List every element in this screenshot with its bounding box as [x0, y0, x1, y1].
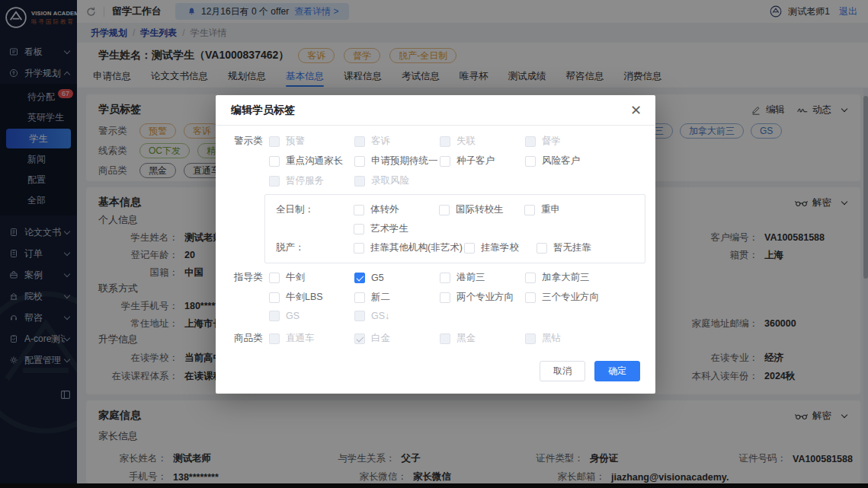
checkbox-icon: [354, 273, 365, 283]
checkbox-baijin: 白金: [354, 332, 440, 345]
checkbox-hk-top3[interactable]: 港前三: [440, 271, 525, 284]
checkbox-icon: [525, 136, 536, 147]
checkbox-icon: [439, 205, 450, 215]
checkbox-icon: [354, 156, 365, 167]
checkbox-icon: [525, 273, 536, 283]
checkbox-icon: [440, 156, 450, 167]
checkbox-yujing: 预警: [269, 135, 354, 148]
tuochan-label: 脱产：: [276, 241, 354, 254]
checkbox-attach-school[interactable]: 挂靠学校: [464, 241, 536, 254]
checkbox-seed-client[interactable]: 种子客户: [440, 155, 525, 167]
checkbox-no-attachment[interactable]: 暂无挂靠: [536, 241, 591, 254]
modal-title: 编辑学员标签: [231, 104, 295, 117]
checkbox-shilian: 失联: [440, 135, 525, 148]
checkbox-pause-service: 暂停服务: [269, 174, 354, 187]
checkbox-icon: [525, 333, 536, 344]
checkbox-admission-risk: 录取风险: [354, 174, 440, 187]
checkbox-xiner[interactable]: 新二: [354, 291, 440, 304]
checkbox-icon: [354, 176, 365, 187]
checkbox-icon: [269, 136, 280, 147]
cancel-button[interactable]: 取消: [540, 361, 585, 381]
checkbox-intl-transfer[interactable]: 国际转校生: [439, 203, 524, 216]
checkbox-heijin: 黑金: [440, 332, 525, 345]
bottom-edge: [0, 483, 868, 488]
checkbox-icon: [269, 156, 280, 167]
checkbox-icon: [269, 273, 280, 283]
checkbox-icon: [354, 243, 364, 254]
checkbox-icon: [354, 136, 365, 147]
checkbox-zhitongche: 直通车: [269, 332, 354, 345]
checkbox-icon: [524, 205, 535, 215]
confirm-button[interactable]: 确定: [594, 361, 640, 381]
checkbox-gs-down: GS↓: [354, 311, 440, 321]
checkbox-icon: [269, 292, 280, 303]
checkbox-icon: [440, 333, 450, 344]
checkbox-kesu: 客诉: [354, 135, 440, 148]
checkbox-icon: [440, 273, 450, 283]
checkbox-icon: [269, 311, 280, 321]
checkbox-gs: GS: [269, 311, 354, 321]
checkbox-canada-top3[interactable]: 加拿大前三: [525, 271, 642, 284]
group-label-warning: 警示类: [234, 135, 269, 148]
checkbox-icon: [525, 156, 536, 167]
checkbox-icon: [354, 333, 365, 344]
checkbox-niujian-lbs[interactable]: 牛剑LBS: [269, 291, 354, 304]
checkbox-art-student[interactable]: 艺术学生: [354, 222, 408, 235]
checkbox-expectation[interactable]: 申请预期待统一: [354, 155, 440, 167]
checkbox-tizhuanwai[interactable]: 体转外: [354, 203, 439, 216]
checkbox-two-majors[interactable]: 两个专业方向: [440, 291, 525, 304]
checkbox-duxue: 督学: [525, 135, 642, 148]
fulltime-tuochan-box: 全日制： 体转外 国际转校生 重申 艺术学生 脱产： 挂靠其他机构(非艺术) 挂…: [264, 194, 645, 263]
checkbox-icon: [440, 292, 450, 303]
checkbox-icon: [354, 311, 365, 321]
checkbox-icon: [440, 136, 450, 147]
checkbox-g5[interactable]: G5: [354, 273, 440, 283]
checkbox-icon: [354, 205, 364, 215]
checkbox-niujian[interactable]: 牛剑: [269, 271, 354, 284]
checkbox-icon: [269, 176, 280, 187]
checkbox-attach-other-org[interactable]: 挂靠其他机构(非艺术): [354, 241, 464, 254]
edit-tags-modal: 编辑学员标签 ✕ 警示类 预警 客诉 失联 督学 重点沟通家长 申请预期待统一 …: [216, 95, 655, 394]
close-icon[interactable]: ✕: [630, 104, 642, 117]
checkbox-icon: [354, 224, 364, 234]
checkbox-icon: [354, 292, 365, 303]
checkbox-heizuan: 黑钻: [525, 332, 642, 345]
checkbox-risk-client[interactable]: 风险客户: [525, 155, 642, 167]
checkbox-icon: [269, 333, 280, 344]
checkbox-icon: [525, 292, 536, 303]
checkbox-icon: [464, 243, 475, 254]
checkbox-three-majors[interactable]: 三个专业方向: [525, 291, 642, 304]
checkbox-reapply[interactable]: 重申: [524, 203, 560, 216]
fulltime-label: 全日制：: [276, 203, 354, 216]
group-label-product: 商品类: [234, 332, 269, 345]
checkbox-key-parent[interactable]: 重点沟通家长: [269, 155, 354, 167]
group-label-guidance: 指导类: [234, 271, 269, 284]
checkbox-icon: [536, 243, 547, 254]
